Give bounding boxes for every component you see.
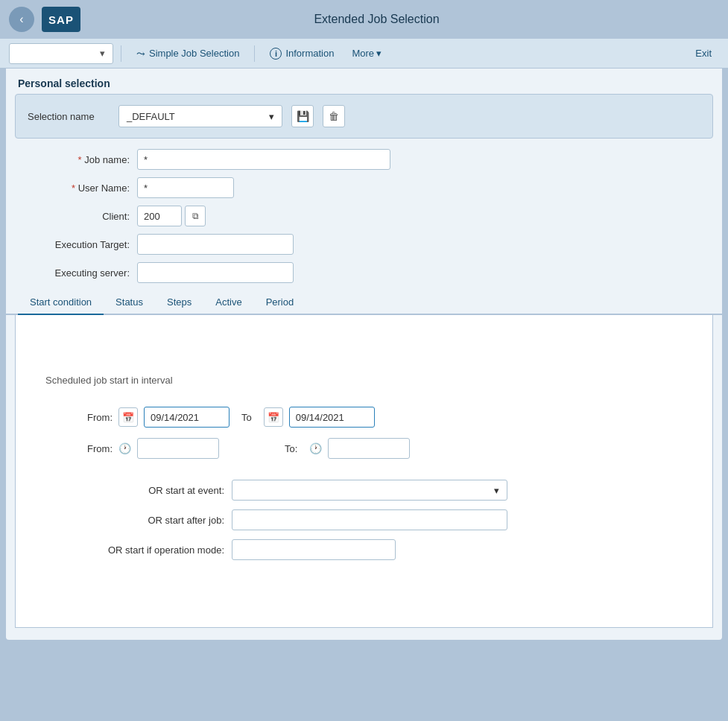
executing-server-input[interactable]: [137, 262, 294, 283]
more-button[interactable]: More: [344, 43, 389, 64]
scheduled-job-label: Scheduled job start in interval: [45, 375, 697, 386]
to-time-input[interactable]: [328, 438, 410, 459]
tab-active-label: Active: [215, 296, 241, 308]
title-bar: ‹ SAP Extended Job Selection: [0, 0, 728, 39]
or-start-operation-mode-label: OR start if operation mode:: [75, 544, 224, 556]
menu-bar: ⤳ Simple Job Selection i Information Mor…: [0, 39, 728, 69]
to-date-calendar-button[interactable]: 📅: [264, 407, 283, 427]
job-name-label-text: Job name:: [84, 154, 130, 165]
date-row: From: 📅 To 📅: [75, 407, 697, 428]
simple-job-icon: ⤳: [136, 48, 145, 60]
delete-selection-button[interactable]: 🗑: [323, 105, 345, 127]
or-start-operation-mode-row: OR start if operation mode:: [75, 539, 697, 560]
executing-server-label: Executing server:: [18, 267, 137, 279]
execution-target-input[interactable]: [137, 234, 294, 255]
tab-period-label: Period: [266, 296, 294, 308]
tab-start-condition-label: Start condition: [30, 296, 92, 308]
or-start-after-job-row: OR start after job:: [75, 509, 697, 530]
or-start-event-row: OR start at event:: [75, 480, 697, 501]
app-title: Extended Job Selection: [34, 13, 719, 26]
tab-steps-label: Steps: [167, 296, 192, 308]
execution-target-label: Execution Target:: [18, 239, 137, 250]
from-date-input[interactable]: [144, 407, 230, 428]
client-copy-button[interactable]: ⧉: [185, 206, 206, 226]
from-date-label: From:: [75, 412, 113, 423]
to-date-input[interactable]: [289, 407, 375, 428]
simple-job-label: Simple Job Selection: [149, 48, 239, 59]
user-name-label: * User Name:: [18, 182, 137, 194]
job-name-input[interactable]: [137, 149, 390, 170]
copy-icon: ⧉: [192, 211, 199, 221]
user-name-input[interactable]: [137, 177, 234, 198]
or-start-event-dropdown[interactable]: [232, 480, 507, 501]
main-content: Personal selection Selection name _DEFAU…: [6, 69, 722, 640]
job-name-row: * Job name:: [18, 149, 710, 170]
tab-period[interactable]: Period: [254, 290, 306, 315]
personal-selection-box: Selection name _DEFAULT 💾 🗑: [15, 94, 713, 139]
from-time-input[interactable]: [137, 438, 219, 459]
tabs-bar: Start condition Status Steps Active Peri…: [6, 290, 722, 315]
or-start-event-chevron: [494, 485, 499, 496]
to-time-label: To:: [285, 443, 297, 454]
user-name-label-text: User Name:: [78, 182, 130, 194]
tab-content-start-condition: Scheduled job start in interval From: 📅 …: [15, 315, 713, 628]
personal-selection-title: Personal selection: [6, 69, 722, 94]
tab-status[interactable]: Status: [104, 290, 155, 315]
more-chevron: [376, 48, 382, 59]
calendar-icon: 📅: [122, 412, 134, 423]
tab-start-condition[interactable]: Start condition: [18, 290, 104, 315]
user-name-required: *: [72, 182, 75, 194]
back-button[interactable]: ‹: [9, 7, 34, 32]
client-input[interactable]: [137, 206, 182, 226]
or-start-event-label: OR start at event:: [75, 485, 224, 496]
simple-job-selection-button[interactable]: ⤳ Simple Job Selection: [129, 43, 247, 64]
save-icon: 💾: [297, 110, 309, 122]
menu-divider-2: [254, 45, 255, 62]
exit-button[interactable]: Exit: [688, 45, 719, 61]
tab-status-label: Status: [115, 296, 143, 308]
calendar-icon-2: 📅: [268, 412, 279, 423]
tab-steps[interactable]: Steps: [155, 290, 203, 315]
selection-name-dropdown[interactable]: _DEFAULT: [118, 105, 282, 127]
to-date-label: To: [241, 412, 252, 423]
main-dropdown-chevron: [100, 48, 105, 59]
execution-target-row: Execution Target:: [18, 234, 710, 255]
menu-divider-1: [121, 45, 121, 62]
executing-server-row: Executing server:: [18, 262, 710, 283]
from-date-calendar-button[interactable]: 📅: [118, 407, 138, 427]
back-icon: ‹: [19, 13, 23, 26]
delete-icon: 🗑: [329, 110, 339, 122]
to-clock-icon: 🕐: [309, 442, 322, 454]
information-button[interactable]: i Information: [262, 43, 341, 64]
selection-dropdown-chevron: [269, 111, 274, 122]
job-name-required: *: [78, 154, 82, 165]
more-label: More: [352, 48, 374, 59]
or-start-after-job-input[interactable]: [232, 509, 507, 530]
user-name-row: * User Name:: [18, 177, 710, 198]
save-selection-button[interactable]: 💾: [291, 105, 314, 127]
job-name-label: * Job name:: [18, 154, 137, 165]
client-row: Client: ⧉: [18, 206, 710, 226]
from-clock-icon: 🕐: [118, 442, 131, 454]
time-row: From: 🕐 To: 🕐: [75, 438, 697, 459]
info-icon: i: [270, 48, 282, 60]
client-label: Client:: [18, 211, 137, 222]
selection-name-label: Selection name: [28, 111, 110, 122]
selection-name-value: _DEFAULT: [127, 111, 269, 122]
or-start-operation-mode-input[interactable]: [232, 539, 396, 560]
form-area: * Job name: * User Name: Client: ⧉ Execu…: [6, 139, 722, 283]
tab-active[interactable]: Active: [203, 290, 253, 315]
from-time-label: From:: [75, 443, 113, 454]
information-label: Information: [285, 48, 334, 59]
main-dropdown[interactable]: [9, 43, 113, 64]
or-start-after-job-label: OR start after job:: [75, 515, 224, 526]
